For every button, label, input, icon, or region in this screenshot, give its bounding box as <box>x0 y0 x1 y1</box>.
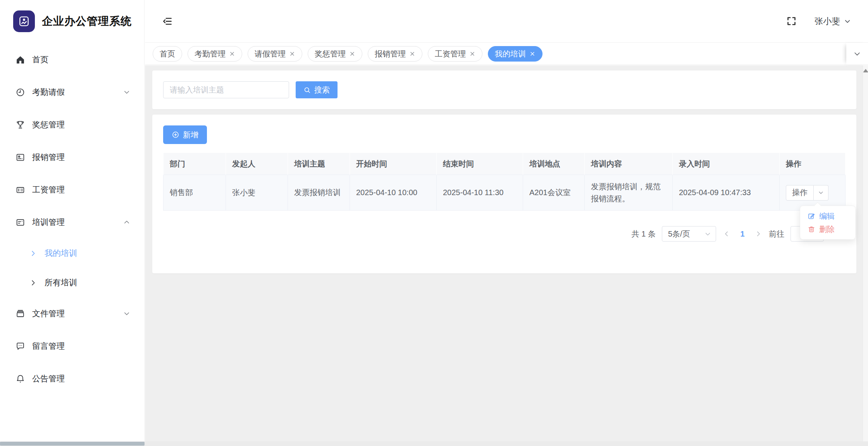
sidebar-nav: 首页 考勤请假 奖惩管理 <box>0 43 144 395</box>
cell-department: 销售部 <box>164 175 226 211</box>
sidebar-item-label: 公告管理 <box>32 373 130 384</box>
chevron-right-icon <box>29 279 37 286</box>
row-action-button[interactable]: 操作 <box>786 185 828 201</box>
search-input[interactable] <box>163 81 289 98</box>
col-entry-time: 录入时间 <box>673 153 780 175</box>
add-button[interactable]: 新增 <box>163 125 207 144</box>
chevron-down-icon <box>123 310 130 317</box>
files-icon <box>16 309 25 319</box>
sidebar: 企业办公管理系统 首页 考勤请假 奖 <box>0 0 145 441</box>
sidebar-item-training[interactable]: 培训管理 <box>0 206 144 238</box>
sidebar-item-rewards[interactable]: 奖惩管理 <box>0 108 144 141</box>
tab-label: 首页 <box>160 49 175 59</box>
tab-label: 考勤管理 <box>195 49 226 59</box>
sidebar-subitem-all-training[interactable]: 所有培训 <box>0 268 144 297</box>
sidebar-fold-icon[interactable] <box>162 16 172 26</box>
tab-leave[interactable]: 请假管理 <box>248 46 302 62</box>
col-content: 培训内容 <box>585 153 673 175</box>
cell-location: A201会议室 <box>523 175 585 211</box>
app-title: 企业办公管理系统 <box>42 14 132 29</box>
chevron-down-icon <box>818 190 824 196</box>
search-button-label: 搜索 <box>314 85 330 95</box>
table-panel: 新增 部门 发起人 培训主题 开始时间 结束时间 培训地点 培训内容 录入时间 … <box>152 115 856 273</box>
tab-rewards[interactable]: 奖惩管理 <box>308 46 362 62</box>
sidebar-item-files[interactable]: 文件管理 <box>0 297 144 330</box>
sidebar-item-label: 培训管理 <box>32 217 116 228</box>
horizontal-scrollbar-thumb[interactable] <box>0 442 145 446</box>
main-content: 搜索 新增 部门 发起人 培训主题 开始时间 结束时间 培训地点 <box>145 65 868 441</box>
table-header-row: 部门 发起人 培训主题 开始时间 结束时间 培训地点 培训内容 录入时间 操作 <box>164 153 846 175</box>
header-actions: 张小斐 <box>786 15 851 27</box>
sidebar-item-attendance[interactable]: 考勤请假 <box>0 76 144 108</box>
bell-icon <box>16 374 25 384</box>
close-icon[interactable] <box>529 51 536 57</box>
clock-icon <box>16 87 25 97</box>
user-name: 张小斐 <box>815 15 840 27</box>
chevron-down-icon <box>123 89 130 96</box>
top-header: 张小斐 <box>145 0 868 43</box>
chevron-right-icon <box>755 230 762 237</box>
search-panel: 搜索 <box>152 70 856 109</box>
sidebar-subitem-my-training[interactable]: 我的培训 <box>0 238 144 268</box>
goto-label: 前往 <box>769 229 784 239</box>
fullscreen-icon[interactable] <box>786 16 797 26</box>
sidebar-item-salary[interactable]: 工资管理 <box>0 173 144 206</box>
tab-my-training[interactable]: 我的培训 <box>488 46 542 62</box>
sidebar-item-home[interactable]: 首页 <box>0 43 144 76</box>
close-icon[interactable] <box>349 51 355 57</box>
col-start-time: 开始时间 <box>350 153 437 175</box>
chevron-up-icon <box>123 219 130 226</box>
col-actions: 操作 <box>780 153 846 175</box>
close-icon[interactable] <box>229 51 235 57</box>
prev-page-button[interactable] <box>722 230 731 237</box>
row-action-label[interactable]: 操作 <box>786 185 814 201</box>
chevron-down-icon <box>853 50 861 58</box>
search-button[interactable]: 搜索 <box>296 81 338 98</box>
tab-attendance[interactable]: 考勤管理 <box>188 46 242 62</box>
sidebar-item-label: 文件管理 <box>32 308 116 319</box>
horizontal-scrollbar[interactable] <box>0 441 868 446</box>
app-logo-row: 企业办公管理系统 <box>0 0 144 43</box>
col-initiator: 发起人 <box>226 153 288 175</box>
row-action-caret[interactable] <box>814 185 828 201</box>
sidebar-subitem-label: 所有培训 <box>45 277 77 288</box>
tab-label: 请假管理 <box>255 49 286 59</box>
sidebar-item-messages[interactable]: 留言管理 <box>0 330 144 362</box>
tab-overflow-button[interactable] <box>846 43 868 65</box>
edit-icon <box>808 212 815 220</box>
menu-item-delete[interactable]: 删除 <box>800 223 855 236</box>
sidebar-item-reimbursement[interactable]: 报销管理 <box>0 141 144 173</box>
tab-reimbursement[interactable]: 报销管理 <box>368 46 422 62</box>
message-icon <box>16 341 25 351</box>
page-size-select[interactable]: 5条/页 <box>662 226 716 242</box>
trophy-icon <box>16 120 25 130</box>
salary-icon <box>16 185 25 195</box>
sidebar-item-label: 工资管理 <box>32 184 130 195</box>
user-menu[interactable]: 张小斐 <box>815 15 851 27</box>
page-size-value: 5条/页 <box>668 229 690 239</box>
sidebar-item-label: 留言管理 <box>32 341 130 352</box>
sidebar-item-label: 报销管理 <box>32 152 130 163</box>
tab-bar: 首页 考勤管理 请假管理 奖惩管理 报销管理 工资管理 我的培训 <box>145 43 868 65</box>
tab-label: 工资管理 <box>435 49 466 59</box>
current-page[interactable]: 1 <box>737 230 748 238</box>
tab-salary[interactable]: 工资管理 <box>428 46 482 62</box>
sidebar-item-announcements[interactable]: 公告管理 <box>0 362 144 395</box>
menu-item-edit[interactable]: 编辑 <box>800 209 855 223</box>
scroll-up-icon[interactable] <box>863 69 868 72</box>
vertical-scrollbar[interactable] <box>863 65 868 441</box>
sidebar-item-label: 首页 <box>32 54 130 65</box>
close-icon[interactable] <box>289 51 295 57</box>
next-page-button[interactable] <box>754 230 763 237</box>
add-button-label: 新增 <box>183 130 198 140</box>
close-icon[interactable] <box>469 51 475 57</box>
sidebar-item-label: 考勤请假 <box>32 87 116 98</box>
cell-topic: 发票报销培训 <box>288 175 350 211</box>
tab-home[interactable]: 首页 <box>153 46 182 62</box>
chevron-right-icon <box>29 250 37 257</box>
menu-item-label: 编辑 <box>819 211 835 221</box>
chevron-down-icon <box>704 231 711 237</box>
close-icon[interactable] <box>409 51 415 57</box>
tab-label: 奖惩管理 <box>315 49 346 59</box>
chevron-down-icon <box>844 18 851 25</box>
